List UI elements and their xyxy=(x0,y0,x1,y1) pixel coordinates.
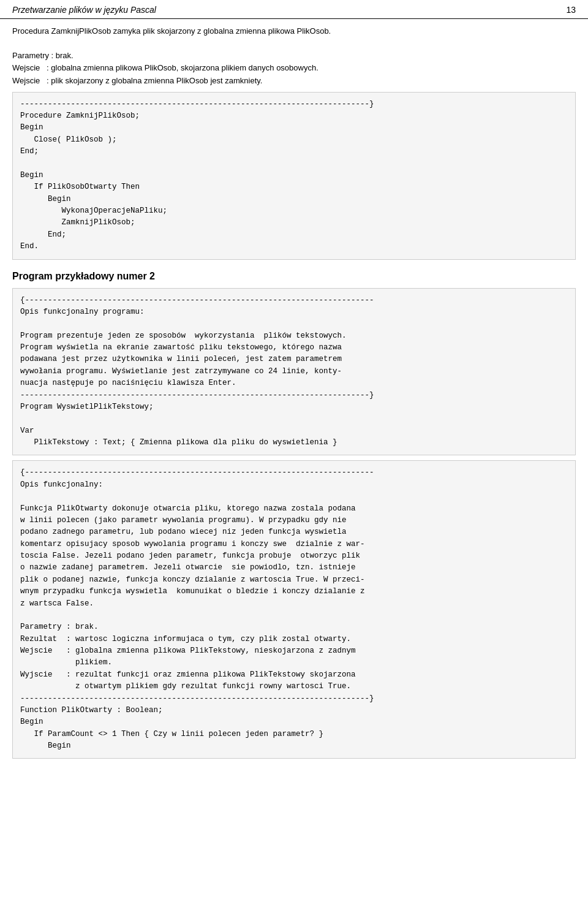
prose-line-1: Procedura ZamknijPlikOsob zamyka plik sk… xyxy=(12,25,576,37)
page-header: Przetwarzanie plików w języku Pascal 13 xyxy=(0,0,588,19)
page-number: 13 xyxy=(566,5,576,15)
comment-block-1: {---------------------------------------… xyxy=(12,288,576,456)
prose-line-4: Wejscie : plik skojarzony z globalna zmi… xyxy=(12,75,576,87)
prose-section-1: Procedura ZamknijPlikOsob zamyka plik sk… xyxy=(12,25,576,87)
prose-line-3: Wejscie : globalna zmienna plikowa PlikO… xyxy=(12,62,576,74)
section-heading-2: Program przykładowy numer 2 xyxy=(12,271,576,282)
page-title: Przetwarzanie plików w języku Pascal xyxy=(12,5,156,15)
content-area: Procedura ZamknijPlikOsob zamyka plik sk… xyxy=(0,19,588,770)
prose-line-2: Parametry : brak. xyxy=(12,50,576,62)
page-container: Przetwarzanie plików w języku Pascal 13 … xyxy=(0,0,588,770)
code-block-1: ----------------------------------------… xyxy=(12,92,576,260)
comment-block-2: {---------------------------------------… xyxy=(12,460,576,759)
